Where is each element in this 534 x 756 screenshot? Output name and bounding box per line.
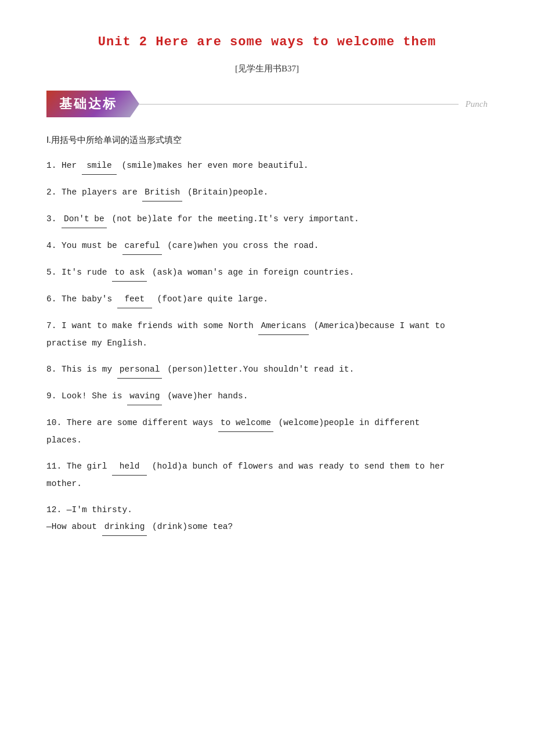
- question-2: 2. The players are British (Britain)peop…: [46, 184, 488, 201]
- banner-label: 基础达标: [46, 91, 139, 117]
- banner-line: [139, 104, 459, 105]
- q6-answer: feet: [117, 291, 152, 308]
- subtitle: [见学生用书B37]: [46, 63, 488, 74]
- banner-punch: Punch: [466, 99, 488, 109]
- question-11: 11. The girl held (hold)a bunch of flowe…: [46, 458, 488, 492]
- q11-extra: mother.: [46, 479, 82, 488]
- q7-extra: practise my English.: [46, 339, 147, 348]
- question-4: 4. You must be careful (care)when you cr…: [46, 237, 488, 255]
- q12-line2-after: (drink)some tea?: [147, 522, 233, 531]
- q12-answer: drinking: [102, 519, 147, 536]
- question-10: 10. There are some different ways to wel…: [46, 415, 488, 449]
- question-12: 12. —I'm thirsty. —How about drinking (d…: [46, 502, 488, 536]
- q7-before: 7. I want to make friends with some Nort…: [46, 321, 258, 330]
- question-9: 9. Look! She is waving (wave)her hands.: [46, 388, 488, 405]
- q11-after: (hold)a bunch of flowers and was ready t…: [147, 462, 445, 471]
- q5-after: (ask)a woman's age in foreign countries.: [147, 268, 354, 277]
- questions-list: 1. Her smile (smile)makes her even more …: [46, 157, 488, 536]
- question-8: 8. This is my personal (person)letter.Yo…: [46, 361, 488, 379]
- page-title: Unit 2 Here are some ways to welcome the…: [46, 35, 488, 49]
- q12-line1: 12. —I'm thirsty.: [46, 505, 132, 514]
- banner-row: 基础达标 Punch: [46, 91, 488, 117]
- q6-num: 6. The baby's: [46, 294, 117, 304]
- q8-answer: personal: [117, 361, 163, 379]
- q3-num: 3.: [46, 214, 62, 224]
- q5-answer: to ask: [112, 264, 147, 282]
- q1-after: (smile)makes her even more beautiful.: [117, 161, 309, 170]
- section1-heading: Ⅰ.用括号中所给单词的适当形式填空: [46, 135, 488, 146]
- q3-answer: Don't be: [62, 211, 107, 228]
- question-5: 5. It's rude to ask (ask)a woman's age i…: [46, 264, 488, 282]
- q9-answer: waving: [127, 388, 162, 405]
- q2-num: 2. The players are: [46, 188, 142, 197]
- q12-line2-before: —How about: [46, 522, 102, 531]
- q7-after: (America)because I want to: [309, 321, 445, 330]
- q10-before: 10. There are some different ways: [46, 418, 218, 427]
- q8-after: (person)letter.You shouldn't read it.: [162, 365, 354, 374]
- question-7: 7. I want to make friends with some Nort…: [46, 318, 488, 352]
- q1-answer: smile: [82, 157, 117, 175]
- q8-before: 8. This is my: [46, 365, 117, 374]
- q9-after: (wave)her hands.: [162, 391, 248, 401]
- q7-answer: Americans: [258, 318, 308, 335]
- q3-after: (not be)late for the meeting.It's very i…: [107, 214, 359, 224]
- q4-answer: careful: [122, 237, 163, 255]
- q11-answer: held: [112, 458, 147, 476]
- q11-before: 11. The girl: [46, 462, 112, 471]
- q6-after: (foot)are quite large.: [152, 294, 268, 304]
- q4-num: 4. You must be: [46, 241, 122, 250]
- q10-after: (welcome)people in different: [273, 418, 420, 427]
- q5-num: 5. It's rude: [46, 268, 112, 277]
- question-3: 3. Don't be (not be)late for the meeting…: [46, 211, 488, 228]
- question-6: 6. The baby's feet (foot)are quite large…: [46, 291, 488, 308]
- q9-before: 9. Look! She is: [46, 391, 127, 401]
- q1-num: 1. Her: [46, 161, 82, 170]
- q2-answer: British: [142, 184, 182, 201]
- q4-after: (care)when you cross the road.: [162, 241, 319, 250]
- q10-extra: places.: [46, 435, 82, 445]
- q10-answer: to welcome: [218, 415, 273, 432]
- q2-after: (Britain)people.: [182, 188, 268, 197]
- question-1: 1. Her smile (smile)makes her even more …: [46, 157, 488, 175]
